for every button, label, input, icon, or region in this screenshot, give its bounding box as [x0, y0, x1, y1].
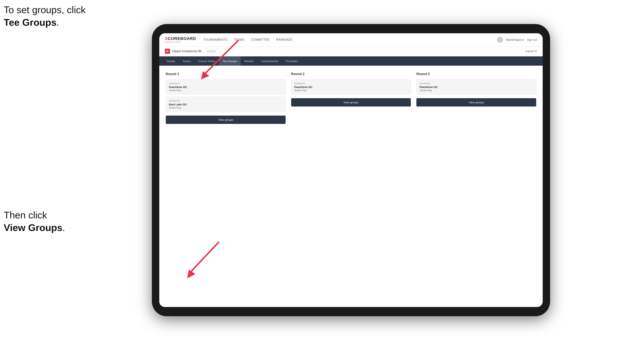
logo-text: SCOREBOARD [165, 36, 196, 41]
tab-teams[interactable]: Teams [179, 56, 194, 66]
tablet-frame: SCOREBOARD Powered by clippd TOURNAMENTS… [152, 24, 550, 316]
round-1-course-b-card: (Course B) East Lake GC Stroke Play [166, 97, 286, 112]
cancel-button[interactable]: Cancel ✕ [525, 50, 537, 53]
round-3-course-a-card: (Course A) Peachtree GC Stroke Play [416, 79, 536, 95]
instruction-bottom-bold: View Groups [4, 222, 62, 233]
round-1-column: Round 1 (Course A) Peachtree GC Stroke P… [166, 72, 286, 124]
sub-header: C Clippd Invitational (M... Hosting Canc… [159, 46, 543, 56]
round-1-course-a-card: (Course A) Peachtree GC Stroke Play [166, 79, 286, 95]
round-3-view-groups-button[interactable]: View groups [416, 98, 536, 107]
logo-rest: COREBOARD [168, 36, 196, 41]
logo-powered: Powered by clippd [165, 41, 196, 43]
nav-right: blair@clippd.io Sign out [497, 37, 537, 43]
nav-link-committee[interactable]: COMMITTEE [251, 38, 270, 41]
tab-results[interactable]: Results [240, 56, 257, 66]
instruction-bottom: Then click View Groups. [4, 209, 65, 234]
round-2-course-a-label: (Course A) [294, 82, 408, 85]
nav-links: TOURNAMENTS TEAMS COMMITTEE RANKINGS [204, 38, 497, 41]
round-1-course-a-label: (Course A) [169, 82, 282, 85]
round-3-course-a-label: (Course A) [420, 82, 533, 85]
round-3-title: Round 3 [416, 72, 536, 76]
tablet-screen: SCOREBOARD Powered by clippd TOURNAMENTS… [159, 33, 543, 307]
round-1-course-a-format: Stroke Play [169, 89, 282, 92]
clippd-logo-small: C [165, 49, 170, 54]
round-1-course-b-name: East Lake GC [169, 103, 282, 106]
tab-bar: Details Teams Course Setup Tee Groups Re… [159, 56, 543, 66]
round-2-course-a-format: Stroke Play [294, 89, 408, 92]
round-2-title: Round 2 [291, 72, 411, 76]
logo-c-letter: S [165, 36, 168, 41]
round-2-column: Round 2 (Course A) Peachtree GC Stroke P… [291, 72, 411, 124]
instruction-top-line1: To set groups, click [4, 4, 86, 15]
nav-link-rankings[interactable]: RANKINGS [276, 38, 292, 41]
tournament-name: Clippd Invitational (M... [172, 49, 204, 53]
sub-header-title: C Clippd Invitational (M... Hosting [165, 49, 525, 54]
tab-leaderboards[interactable]: Leaderboards [257, 56, 282, 66]
tab-printables[interactable]: Printables [282, 56, 302, 66]
tournament-status: Hosting [207, 50, 216, 53]
round-1-course-a-name: Peachtree GC [169, 85, 282, 89]
round-2-course-a-card: (Course A) Peachtree GC Stroke Play [291, 79, 411, 95]
nav-user-email: blair@clippd.io [506, 38, 524, 41]
instruction-bottom-line1: Then click [4, 210, 47, 220]
round-1-title: Round 1 [166, 72, 286, 76]
round-2-course-a-name: Peachtree GC [294, 85, 408, 89]
instruction-bottom-period: . [62, 222, 65, 233]
nav-link-teams[interactable]: TEAMS [234, 38, 245, 41]
round-1-course-b-format: Stroke Play [169, 106, 282, 109]
user-avatar [497, 37, 503, 43]
round-3-course-a-name: Peachtree GC [420, 85, 533, 89]
tab-details[interactable]: Details [163, 56, 179, 66]
round-3-course-a-format: Stroke Play [420, 89, 533, 92]
instruction-top-bold: Tee Groups [4, 17, 56, 28]
rounds-grid: Round 1 (Course A) Peachtree GC Stroke P… [166, 72, 536, 124]
round-1-course-b-label: (Course B) [169, 100, 282, 102]
clippd-logo-letter: C [166, 50, 168, 53]
tab-tee-groups[interactable]: Tee Groups [219, 56, 241, 66]
instruction-top: To set groups, click Tee Groups. [4, 4, 86, 29]
tab-course-setup[interactable]: Course Setup [194, 56, 219, 66]
instruction-top-period: . [56, 17, 59, 28]
round-1-view-groups-button[interactable]: View groups [166, 116, 286, 124]
nav-link-tournaments[interactable]: TOURNAMENTS [204, 38, 228, 41]
sign-out-link[interactable]: Sign out [527, 38, 537, 41]
round-3-column: Round 3 (Course A) Peachtree GC Stroke P… [416, 72, 536, 124]
nav-bar: SCOREBOARD Powered by clippd TOURNAMENTS… [159, 33, 543, 46]
round-2-view-groups-button[interactable]: View groups [291, 98, 411, 107]
main-content: Round 1 (Course A) Peachtree GC Stroke P… [159, 66, 543, 307]
logo-area: SCOREBOARD Powered by clippd [165, 36, 196, 43]
